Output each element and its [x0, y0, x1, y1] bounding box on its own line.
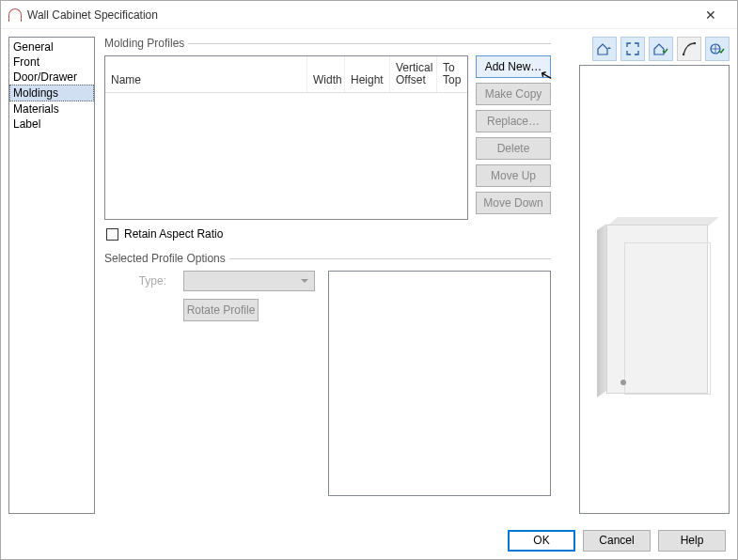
preview-toolbar	[579, 37, 730, 61]
category-sidebar: General Front Door/Drawer Moldings Mater…	[8, 37, 95, 514]
cabinet-3d-icon	[597, 216, 708, 399]
profiles-table[interactable]: Name Width Height Vertical Offset To Top	[104, 55, 468, 220]
table-header: Name Width Height Vertical Offset To Top	[105, 56, 467, 93]
globe-check-icon[interactable]	[705, 37, 730, 61]
type-dropdown[interactable]	[183, 271, 315, 291]
col-to-top[interactable]: To Top	[437, 56, 467, 92]
col-name[interactable]: Name	[105, 56, 307, 92]
titlebar: Wall Cabinet Specification ✕	[1, 1, 737, 29]
delete-button[interactable]: Delete	[476, 137, 551, 160]
close-button[interactable]: ✕	[692, 8, 730, 23]
retain-aspect-checkbox[interactable]	[106, 228, 118, 241]
sidebar-item-label[interactable]: Label	[9, 117, 94, 132]
svg-point-1	[694, 42, 696, 44]
add-new-button[interactable]: Add New…	[476, 55, 551, 78]
retain-aspect-row: Retain Aspect Ratio	[106, 227, 549, 241]
ok-button[interactable]: OK	[508, 530, 575, 552]
rotate-profile-button[interactable]: Rotate Profile	[183, 299, 259, 321]
retain-aspect-label: Retain Aspect Ratio	[124, 227, 223, 241]
sidebar-item-moldings[interactable]: Moldings	[9, 85, 94, 101]
molding-profiles-legend: Molding Profiles	[104, 37, 188, 50]
window-title: Wall Cabinet Specification	[27, 8, 692, 22]
cancel-button[interactable]: Cancel	[583, 530, 651, 552]
house-check-icon[interactable]	[649, 37, 673, 61]
col-vertical-offset[interactable]: Vertical Offset	[390, 56, 437, 92]
molding-profiles-group: Molding Profiles Name Width Height Verti…	[104, 37, 551, 220]
move-down-button[interactable]: Move Down	[476, 192, 551, 214]
sidebar-item-front[interactable]: Front	[9, 54, 94, 70]
make-copy-button[interactable]: Make Copy	[476, 83, 551, 105]
app-icon	[8, 8, 22, 22]
col-height[interactable]: Height	[345, 56, 390, 92]
expand-icon[interactable]	[620, 37, 645, 61]
move-up-button[interactable]: Move Up	[476, 164, 551, 187]
selected-profile-options-group: Selected Profile Options Type: Rotate Pr…	[104, 252, 551, 496]
sidebar-item-materials[interactable]: Materials	[9, 101, 94, 117]
sidebar-item-general[interactable]: General	[9, 39, 94, 54]
curve-icon[interactable]	[677, 37, 701, 61]
col-width[interactable]: Width	[307, 56, 345, 92]
selected-profile-options-legend: Selected Profile Options	[104, 252, 229, 265]
cabinet-preview[interactable]	[579, 65, 730, 514]
house-dropdown-icon[interactable]	[592, 37, 617, 61]
dialog-footer: OK Cancel Help	[1, 521, 737, 559]
profile-preview	[328, 271, 551, 496]
help-button[interactable]: Help	[658, 530, 726, 552]
replace-button[interactable]: Replace…	[476, 110, 551, 132]
sidebar-item-door-drawer[interactable]: Door/Drawer	[9, 70, 94, 85]
profile-buttons: Add New… ↖ Make Copy Replace… Delete Mov…	[476, 55, 551, 220]
type-label: Type:	[127, 274, 166, 288]
